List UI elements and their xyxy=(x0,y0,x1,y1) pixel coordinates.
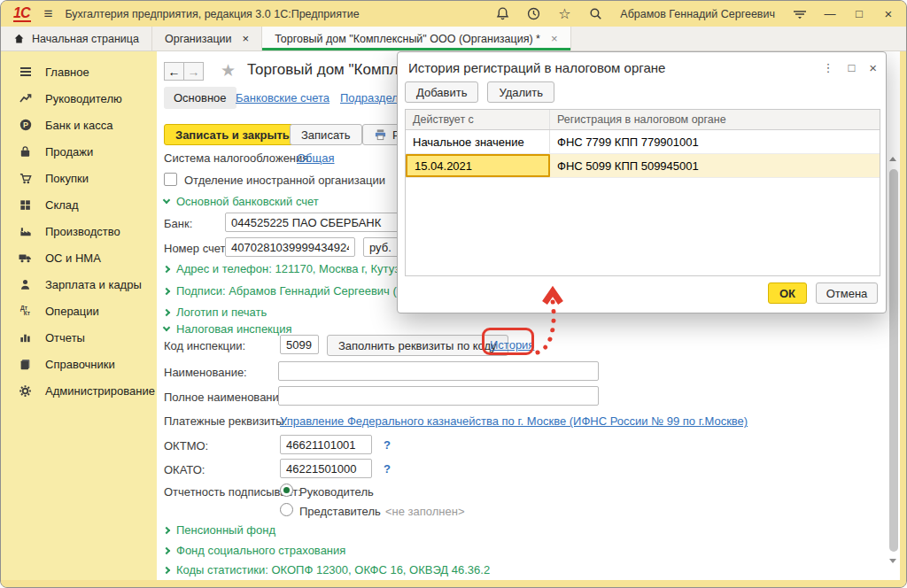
section-tax-office[interactable]: Налоговая инспекция xyxy=(164,322,292,336)
cell-date[interactable]: Начальное значение xyxy=(406,130,550,153)
tax-system-link[interactable]: Общая xyxy=(297,151,335,165)
sidebar-item-label: Администрирование xyxy=(45,384,155,398)
okato-label: ОКАТО: xyxy=(164,463,205,476)
dialog-maximize-button[interactable]: □ xyxy=(848,61,855,74)
section-label: Фонд социального страхования xyxy=(176,544,345,557)
organization-form: ← → ★ Торговый дом "Комплексный" ООО (Ор… xyxy=(157,51,900,580)
trend-arrow-icon xyxy=(17,91,34,105)
title-bar: 1С ≡ Бухгалтерия предприятия, редакция 3… xyxy=(1,1,906,27)
ok-button[interactable]: ОК xyxy=(768,282,807,304)
payment-details-link[interactable]: Управление Федерального казначейства по … xyxy=(280,414,748,428)
window-bottom-frame xyxy=(1,580,906,587)
payment-details-label: Платежные реквизиты: xyxy=(164,414,287,428)
favorite-star-icon[interactable]: ★ xyxy=(221,60,236,81)
full-name-input[interactable] xyxy=(278,386,599,406)
tab-organizations-label: Организации xyxy=(165,33,232,45)
dialog-more-kebab-icon[interactable]: ⋮ xyxy=(822,61,833,74)
signer-representative-label: Представитель xyxy=(299,505,381,518)
add-button[interactable]: Добавить xyxy=(405,81,478,103)
signer-representative-radio[interactable] xyxy=(280,503,293,516)
table-header-row: Действует с Регистрация в налоговом орга… xyxy=(406,110,880,130)
maximize-button[interactable]: □ xyxy=(852,7,866,20)
tab-organizations[interactable]: Организации × xyxy=(152,27,262,50)
sidebar-item-sales[interactable]: Продажи xyxy=(1,138,157,165)
column-header-registration[interactable]: Регистрация в налоговом органе xyxy=(550,110,880,129)
save-and-close-button[interactable]: Записать и закрыть xyxy=(164,124,301,145)
foreign-branch-label: Отделение иностранной организации xyxy=(184,174,385,187)
fill-by-code-button[interactable]: Заполнить реквизиты по коду xyxy=(327,335,508,356)
dialog-close-button[interactable]: × xyxy=(869,60,877,75)
section-pension-fund[interactable]: Пенсионный фонд xyxy=(164,523,275,537)
scroll-down-arrow[interactable] xyxy=(889,559,896,563)
section-signatures[interactable]: Подписи: Абрамов Геннадий Сергеевич (Ген… xyxy=(164,284,434,298)
current-user-name[interactable]: Абрамов Геннадий Сергеевич xyxy=(620,8,775,20)
sidebar-item-reports[interactable]: Отчеты xyxy=(1,324,157,351)
section-bank-account[interactable]: Основной банковский счет xyxy=(164,195,319,208)
section-social-fund[interactable]: Фонд социального страхования xyxy=(164,544,345,557)
delete-button[interactable]: Удалить xyxy=(487,81,554,103)
okato-hint-icon[interactable]: ? xyxy=(384,462,391,476)
sidebar-item-administration[interactable]: Администрирование xyxy=(1,377,157,404)
close-window-button[interactable]: × xyxy=(881,6,895,21)
bank-label: Банк: xyxy=(164,217,192,230)
forward-button[interactable]: → xyxy=(183,62,204,81)
cancel-button[interactable]: Отмена xyxy=(816,282,878,304)
sidebar-item-purchases[interactable]: Покупки xyxy=(1,165,157,191)
inspection-code-input[interactable] xyxy=(280,335,319,354)
minimize-button[interactable]: — xyxy=(823,7,837,20)
notifications-bell-icon[interactable] xyxy=(494,6,510,22)
section-statistics-codes[interactable]: Коды статистики: ОКОПФ 12300, ОКФС 16, О… xyxy=(164,563,490,576)
sidebar-item-warehouse[interactable]: Склад xyxy=(1,191,157,218)
nav-tab-bank-accounts[interactable]: Банковские счета xyxy=(236,91,329,104)
sidebar-item-bank-cash[interactable]: Р Банк и касса xyxy=(1,112,157,138)
name-label: Наименование: xyxy=(164,366,247,379)
cell-registration[interactable]: ФНС 5099 КПП 509945001 xyxy=(550,154,880,177)
foreign-branch-checkbox[interactable] xyxy=(164,173,177,186)
tab-home-label: Начальная страница xyxy=(32,33,139,45)
history-clock-icon[interactable] xyxy=(525,6,541,22)
tab-close-icon[interactable]: × xyxy=(243,32,250,45)
sidebar-item-main[interactable]: Главное xyxy=(1,58,157,85)
account-number-input[interactable] xyxy=(225,237,355,257)
section-label: Основной банковский счет xyxy=(176,195,319,208)
favorites-star-icon[interactable]: ☆ xyxy=(556,6,572,22)
table-row-selected[interactable]: 15.04.2021 ФНС 5099 КПП 509945001 xyxy=(406,154,880,178)
signer-director-radio[interactable] xyxy=(280,484,293,497)
sidebar-item-salary-hr[interactable]: Зарплата и кадры xyxy=(1,271,157,298)
tax-system-label: Система налогообложения: xyxy=(164,151,312,165)
table-row[interactable]: Начальное значение ФНС 7799 КПП 77990100… xyxy=(406,130,880,154)
back-arrow-icon: ← xyxy=(168,65,181,79)
column-header-date[interactable]: Действует с xyxy=(406,110,550,129)
okato-input[interactable] xyxy=(280,459,372,478)
oktmo-input[interactable] xyxy=(280,435,372,454)
tab-close-icon[interactable]: × xyxy=(551,32,558,45)
section-logo-stamp[interactable]: Логотип и печать xyxy=(164,306,267,319)
back-button[interactable]: ← xyxy=(164,62,184,81)
tab-organization-card[interactable]: Торговый дом "Комплексный" ООО (Организа… xyxy=(262,27,570,50)
history-link[interactable]: История xyxy=(490,338,534,352)
oktmo-hint-icon[interactable]: ? xyxy=(384,438,391,452)
sidebar-item-directories[interactable]: Справочники xyxy=(1,351,157,377)
cell-date-selected[interactable]: 15.04.2021 xyxy=(406,154,550,177)
main-menu-icon[interactable]: ≡ xyxy=(43,5,52,23)
search-icon[interactable] xyxy=(587,6,603,22)
home-icon xyxy=(13,33,25,44)
sidebar-item-label: Зарплата и кадры xyxy=(45,278,142,291)
sidebar-item-production[interactable]: Производство xyxy=(1,218,157,244)
scrollbar-thumb[interactable] xyxy=(889,169,898,552)
sidebar-item-operations[interactable]: Дт Кт Операции xyxy=(1,298,157,324)
printer-icon xyxy=(374,128,387,141)
sidebar-item-label: Главное xyxy=(45,66,89,79)
user-settings-menu-icon[interactable] xyxy=(792,6,808,22)
sidebar-item-manager[interactable]: Руководителю xyxy=(1,85,157,112)
nav-tab-main[interactable]: Основное xyxy=(164,87,236,109)
sidebar-item-fixed-assets[interactable]: ОС и НМА xyxy=(1,244,157,271)
tab-home[interactable]: Начальная страница xyxy=(1,27,152,50)
scroll-up-arrow[interactable] xyxy=(889,157,896,161)
name-input[interactable] xyxy=(278,361,599,381)
section-address[interactable]: Адрес и телефон: 121170, Москва г, Кутуз… xyxy=(164,262,436,275)
sidebar-item-label: Отчеты xyxy=(45,331,85,344)
chevron-down-icon xyxy=(163,324,170,331)
cell-registration[interactable]: ФНС 7799 КПП 779901001 xyxy=(550,130,880,153)
save-button[interactable]: Записать xyxy=(290,124,362,145)
